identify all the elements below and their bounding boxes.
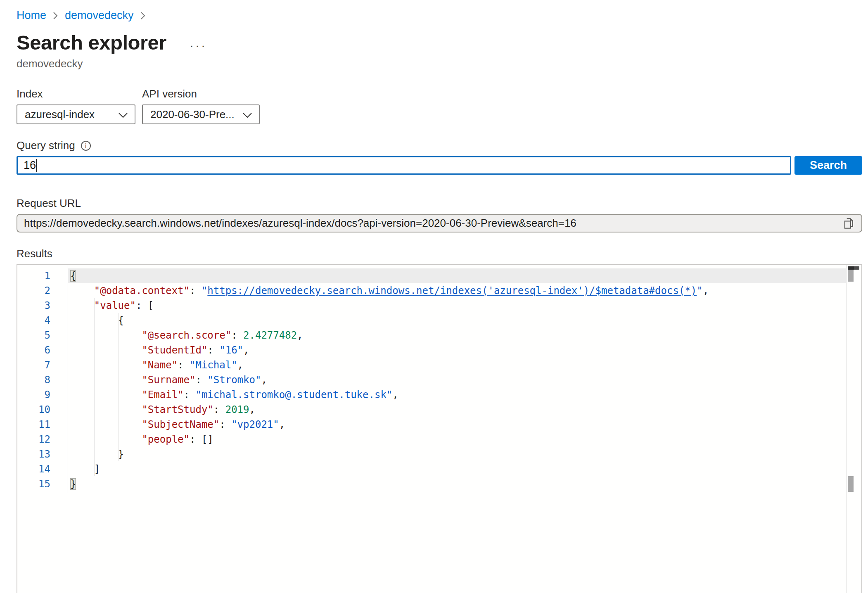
code-token: "Surname" [142,374,195,386]
code-line: "@odata.context": "https://demovedecky.s… [70,283,846,298]
code-token: : [213,404,225,415]
code-line: } [70,447,846,462]
results-editor[interactable]: 123456789101112131415 { "@odata.context"… [17,264,862,593]
code-token: "vp2021" [231,419,279,430]
code-token [70,330,142,341]
results-code: { "@odata.context": "https://demovedecky… [17,265,846,593]
code-token: ] [94,463,100,475]
code-token: "StudentId" [142,344,207,356]
editor-scrollbar[interactable] [847,265,861,593]
code-token: "michal.stromko@.student.tuke.sk" [195,389,392,401]
chevron-down-icon [118,108,128,121]
index-field: Index azuresql-index [17,88,135,124]
line-number: 6 [17,343,67,358]
code-token: "Stromko" [207,374,261,386]
code-token [70,419,142,430]
code-token [70,463,94,475]
code-line: "@search.score": 2.4277482, [70,328,846,343]
info-icon[interactable]: i [81,141,91,151]
line-number: 11 [17,417,67,432]
code-token: : [178,359,190,371]
line-number: 14 [17,462,67,477]
search-explorer-page: Home demovedecky Search explorer ··· dem… [17,0,862,593]
index-dropdown[interactable]: azuresql-index [17,104,135,124]
code-line: } [70,477,846,491]
code-line: { [70,313,846,328]
code-token [70,374,142,386]
code-token: , [392,389,398,401]
code-token: , [297,330,303,341]
line-number: 10 [17,402,67,417]
breadcrumb-home-link[interactable]: Home [17,9,46,22]
code-token: "Michal" [190,359,237,371]
code-token: } [118,448,124,460]
line-number: 8 [17,372,67,387]
code-token [70,285,94,296]
more-options-icon[interactable]: ··· [190,33,207,52]
code-token: , [237,359,243,371]
code-token [70,344,142,356]
overview-ruler-marker [848,476,854,492]
code-line: "StartStudy": 2019, [70,402,846,417]
odata-context-link[interactable]: https://demovedecky.search.windows.net/i… [207,285,697,296]
query-string-label: Query string [17,139,75,152]
code-line: "Name": "Michal", [70,358,846,372]
indent-guide [94,298,95,476]
breadcrumb-chevron-icon [140,11,146,20]
overview-ruler-cursor [848,266,859,270]
api-version-label: API version [142,88,260,100]
query-input-value: 16 [24,159,36,172]
code-token: } [70,478,76,490]
code-token: { [118,315,124,326]
line-number: 7 [17,358,67,372]
code-token: "Email" [142,389,183,401]
code-line: "Email": "michal.stromko@.student.tuke.s… [70,387,846,402]
code-token [70,359,142,371]
line-number: 9 [17,387,67,402]
code-token: : [190,285,202,296]
code-line: "SubjectName": "vp2021", [70,417,846,432]
api-version-dropdown[interactable]: 2020-06-30-Pre... [142,104,260,124]
code-token: : [231,330,243,341]
copy-icon[interactable] [842,216,856,231]
code-line: "people": [] [70,432,846,447]
breadcrumb: Home demovedecky [17,9,862,22]
chevron-down-icon [242,108,252,121]
line-number: 12 [17,432,67,447]
breadcrumb-service-link[interactable]: demovedecky [65,9,134,22]
query-input[interactable]: 16 [17,156,791,175]
code-token: , [279,419,285,430]
code-token: 2.4277482 [243,330,297,341]
code-token: , [243,344,249,356]
index-label: Index [17,88,135,100]
code-token: : [207,344,219,356]
code-line: "Surname": "Stromko", [70,372,846,387]
request-url-box: https://demovedecky.search.windows.net/i… [17,214,862,232]
overview-ruler-marker [848,270,854,282]
request-url-label: Request URL [17,197,862,210]
code-token: "people" [142,434,190,445]
code-line: "value": [ [70,298,846,313]
index-dropdown-value: azuresql-index [25,108,95,121]
api-version-dropdown-value: 2020-06-30-Pre... [150,108,235,121]
code-token: , [703,285,709,296]
code-token [70,434,142,445]
line-number: 13 [17,447,67,462]
search-button[interactable]: Search [794,156,862,175]
breadcrumb-chevron-icon [53,11,58,20]
text-caret [36,159,37,172]
code-token [70,300,94,311]
line-number: 1 [17,268,67,283]
code-token: " [697,285,702,296]
code-token: "value" [94,300,136,311]
code-token: , [261,374,267,386]
code-token: "StartStudy" [142,404,213,415]
request-url-value: https://demovedecky.search.windows.net/i… [24,217,842,230]
code-token: , [249,404,255,415]
code-token: 2019 [225,404,249,415]
code-token: "@search.score" [142,330,231,341]
code-token: " [202,285,207,296]
line-number: 15 [17,477,67,491]
results-label: Results [17,247,862,260]
code-line: { [70,268,846,283]
